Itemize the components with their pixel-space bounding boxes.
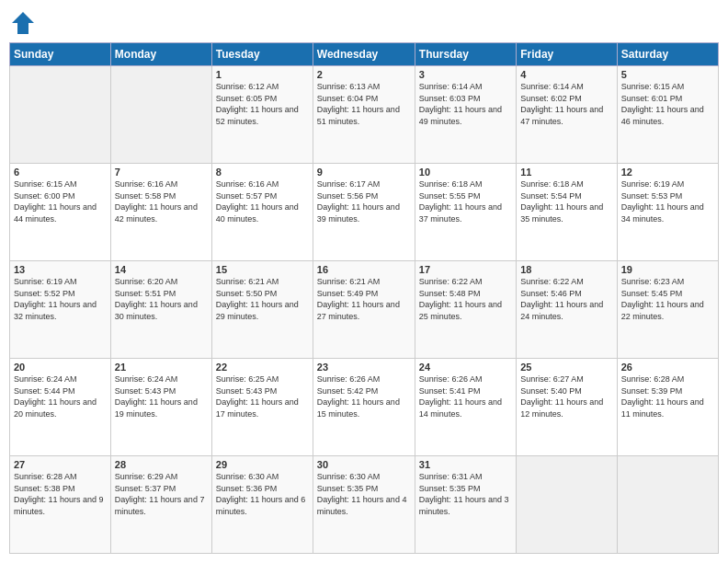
logo [9, 9, 40, 37]
day-number: 25 [520, 362, 612, 373]
day-info: Sunrise: 6:24 AM Sunset: 5:43 PM Dayligh… [115, 373, 208, 419]
weekday-tuesday: Tuesday [211, 43, 313, 66]
day-number: 19 [621, 264, 714, 275]
day-info: Sunrise: 6:13 AM Sunset: 6:04 PM Dayligh… [317, 81, 411, 127]
weekday-saturday: Saturday [617, 43, 718, 66]
day-cell: 13Sunrise: 6:19 AM Sunset: 5:52 PM Dayli… [10, 261, 111, 359]
svg-marker-0 [12, 12, 34, 34]
day-info: Sunrise: 6:19 AM Sunset: 5:52 PM Dayligh… [14, 276, 107, 322]
week-row-4: 20Sunrise: 6:24 AM Sunset: 5:44 PM Dayli… [10, 359, 719, 456]
day-cell: 14Sunrise: 6:20 AM Sunset: 5:51 PM Dayli… [110, 261, 211, 359]
calendar-page: SundayMondayTuesdayWednesdayThursdayFrid… [0, 0, 728, 563]
day-cell: 6Sunrise: 6:15 AM Sunset: 6:00 PM Daylig… [10, 164, 111, 261]
day-cell: 26Sunrise: 6:28 AM Sunset: 5:39 PM Dayli… [617, 359, 718, 456]
day-number: 8 [216, 167, 309, 178]
day-number: 4 [520, 69, 612, 80]
day-info: Sunrise: 6:15 AM Sunset: 6:00 PM Dayligh… [14, 178, 107, 224]
day-cell [517, 456, 617, 554]
day-cell: 9Sunrise: 6:17 AM Sunset: 5:56 PM Daylig… [313, 164, 415, 261]
day-number: 15 [216, 264, 309, 275]
day-number: 3 [419, 69, 512, 80]
day-info: Sunrise: 6:15 AM Sunset: 6:01 PM Dayligh… [621, 81, 714, 127]
day-info: Sunrise: 6:16 AM Sunset: 5:58 PM Dayligh… [115, 178, 208, 224]
day-info: Sunrise: 6:27 AM Sunset: 5:40 PM Dayligh… [520, 373, 612, 419]
day-number: 10 [419, 167, 512, 178]
day-cell [110, 66, 211, 164]
day-number: 26 [621, 362, 714, 373]
day-info: Sunrise: 6:30 AM Sunset: 5:35 PM Dayligh… [317, 471, 411, 517]
day-cell: 10Sunrise: 6:18 AM Sunset: 5:55 PM Dayli… [415, 164, 516, 261]
day-number: 5 [621, 69, 714, 80]
week-row-5: 27Sunrise: 6:28 AM Sunset: 5:38 PM Dayli… [10, 456, 719, 554]
weekday-friday: Friday [517, 43, 617, 66]
day-info: Sunrise: 6:18 AM Sunset: 5:54 PM Dayligh… [520, 178, 612, 224]
day-number: 28 [115, 459, 208, 470]
day-cell: 22Sunrise: 6:25 AM Sunset: 5:43 PM Dayli… [211, 359, 313, 456]
day-cell: 28Sunrise: 6:29 AM Sunset: 5:37 PM Dayli… [110, 456, 211, 554]
week-row-1: 1Sunrise: 6:12 AM Sunset: 6:05 PM Daylig… [10, 66, 719, 164]
day-info: Sunrise: 6:28 AM Sunset: 5:39 PM Dayligh… [621, 373, 714, 419]
day-cell: 30Sunrise: 6:30 AM Sunset: 5:35 PM Dayli… [313, 456, 415, 554]
weekday-wednesday: Wednesday [313, 43, 415, 66]
weekday-monday: Monday [110, 43, 211, 66]
day-cell: 18Sunrise: 6:22 AM Sunset: 5:46 PM Dayli… [517, 261, 617, 359]
day-info: Sunrise: 6:22 AM Sunset: 5:48 PM Dayligh… [419, 276, 512, 322]
calendar-table: SundayMondayTuesdayWednesdayThursdayFrid… [9, 42, 719, 554]
day-info: Sunrise: 6:18 AM Sunset: 5:55 PM Dayligh… [419, 178, 512, 224]
day-cell: 7Sunrise: 6:16 AM Sunset: 5:58 PM Daylig… [110, 164, 211, 261]
day-info: Sunrise: 6:21 AM Sunset: 5:49 PM Dayligh… [317, 276, 411, 322]
weekday-thursday: Thursday [415, 43, 516, 66]
day-info: Sunrise: 6:23 AM Sunset: 5:45 PM Dayligh… [621, 276, 714, 322]
day-cell: 12Sunrise: 6:19 AM Sunset: 5:53 PM Dayli… [617, 164, 718, 261]
day-info: Sunrise: 6:30 AM Sunset: 5:36 PM Dayligh… [216, 471, 309, 517]
day-number: 13 [14, 264, 107, 275]
week-row-3: 13Sunrise: 6:19 AM Sunset: 5:52 PM Dayli… [10, 261, 719, 359]
day-cell: 4Sunrise: 6:14 AM Sunset: 6:02 PM Daylig… [517, 66, 617, 164]
day-number: 31 [419, 459, 512, 470]
day-cell: 21Sunrise: 6:24 AM Sunset: 5:43 PM Dayli… [110, 359, 211, 456]
day-cell: 27Sunrise: 6:28 AM Sunset: 5:38 PM Dayli… [10, 456, 111, 554]
day-info: Sunrise: 6:14 AM Sunset: 6:02 PM Dayligh… [520, 81, 612, 127]
day-cell: 17Sunrise: 6:22 AM Sunset: 5:48 PM Dayli… [415, 261, 516, 359]
day-number: 16 [317, 264, 411, 275]
week-row-2: 6Sunrise: 6:15 AM Sunset: 6:00 PM Daylig… [10, 164, 719, 261]
day-info: Sunrise: 6:19 AM Sunset: 5:53 PM Dayligh… [621, 178, 714, 224]
day-number: 2 [317, 69, 411, 80]
day-cell [617, 456, 718, 554]
day-cell: 19Sunrise: 6:23 AM Sunset: 5:45 PM Dayli… [617, 261, 718, 359]
day-cell: 20Sunrise: 6:24 AM Sunset: 5:44 PM Dayli… [10, 359, 111, 456]
day-number: 18 [520, 264, 612, 275]
day-number: 17 [419, 264, 512, 275]
day-info: Sunrise: 6:12 AM Sunset: 6:05 PM Dayligh… [216, 81, 309, 127]
day-number: 7 [115, 167, 208, 178]
day-info: Sunrise: 6:26 AM Sunset: 5:41 PM Dayligh… [419, 373, 512, 419]
day-info: Sunrise: 6:16 AM Sunset: 5:57 PM Dayligh… [216, 178, 309, 224]
day-cell: 29Sunrise: 6:30 AM Sunset: 5:36 PM Dayli… [211, 456, 313, 554]
day-cell: 2Sunrise: 6:13 AM Sunset: 6:04 PM Daylig… [313, 66, 415, 164]
day-cell: 25Sunrise: 6:27 AM Sunset: 5:40 PM Dayli… [517, 359, 617, 456]
day-number: 22 [216, 362, 309, 373]
header [9, 9, 719, 37]
day-cell: 5Sunrise: 6:15 AM Sunset: 6:01 PM Daylig… [617, 66, 718, 164]
day-info: Sunrise: 6:17 AM Sunset: 5:56 PM Dayligh… [317, 178, 411, 224]
day-cell: 3Sunrise: 6:14 AM Sunset: 6:03 PM Daylig… [415, 66, 516, 164]
day-cell: 1Sunrise: 6:12 AM Sunset: 6:05 PM Daylig… [211, 66, 313, 164]
day-number: 11 [520, 167, 612, 178]
day-info: Sunrise: 6:20 AM Sunset: 5:51 PM Dayligh… [115, 276, 208, 322]
day-number: 21 [115, 362, 208, 373]
day-cell: 8Sunrise: 6:16 AM Sunset: 5:57 PM Daylig… [211, 164, 313, 261]
day-info: Sunrise: 6:22 AM Sunset: 5:46 PM Dayligh… [520, 276, 612, 322]
day-info: Sunrise: 6:31 AM Sunset: 5:35 PM Dayligh… [419, 471, 512, 517]
day-info: Sunrise: 6:26 AM Sunset: 5:42 PM Dayligh… [317, 373, 411, 419]
day-cell [10, 66, 111, 164]
day-number: 29 [216, 459, 309, 470]
day-cell: 16Sunrise: 6:21 AM Sunset: 5:49 PM Dayli… [313, 261, 415, 359]
day-cell: 15Sunrise: 6:21 AM Sunset: 5:50 PM Dayli… [211, 261, 313, 359]
day-cell: 24Sunrise: 6:26 AM Sunset: 5:41 PM Dayli… [415, 359, 516, 456]
day-number: 14 [115, 264, 208, 275]
logo-icon [9, 9, 37, 37]
day-number: 27 [14, 459, 107, 470]
day-number: 12 [621, 167, 714, 178]
day-info: Sunrise: 6:21 AM Sunset: 5:50 PM Dayligh… [216, 276, 309, 322]
day-number: 30 [317, 459, 411, 470]
